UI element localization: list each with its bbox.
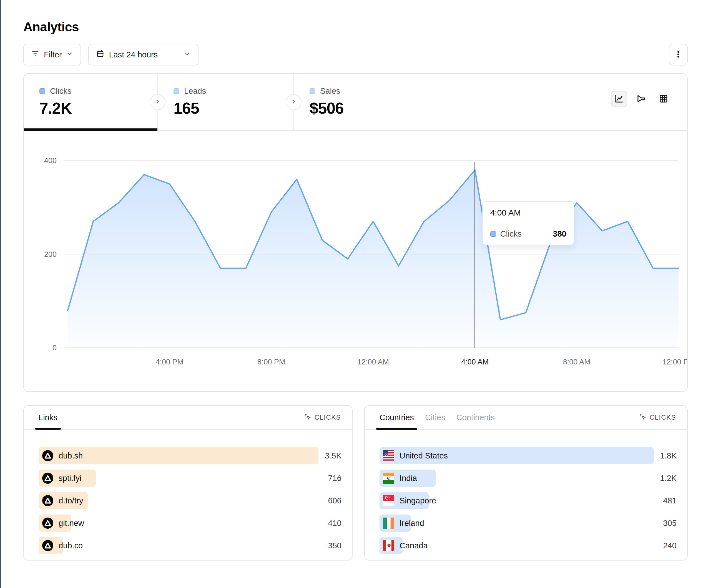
list-item-value: 410	[328, 519, 342, 528]
chart-view-switcher	[611, 91, 672, 107]
list-item-label: git.new	[59, 519, 84, 528]
india-flag-icon	[383, 473, 394, 484]
list-item[interactable]: dub.sh3.5K	[39, 447, 342, 464]
clicks-legend-swatch	[490, 231, 496, 237]
expand-clicks-button[interactable]	[150, 94, 166, 110]
list-item[interactable]: Ireland305	[380, 515, 676, 532]
ireland-flag-icon	[383, 518, 394, 529]
stat-label: Clicks	[50, 87, 71, 96]
dub-logo-icon	[42, 540, 53, 551]
list-item-label: Canada	[400, 541, 428, 550]
countries-metric-label: CLICKS	[650, 413, 676, 421]
line-chart-view-button[interactable]	[611, 91, 627, 107]
list-item-label: Ireland	[400, 519, 424, 528]
funnel-view-button[interactable]	[633, 91, 649, 107]
analytics-page: Analytics Filter Last 24 hours	[0, 0, 711, 561]
list-item[interactable]: Singapore481	[380, 492, 676, 509]
list-item-value: 350	[328, 541, 342, 550]
singapore-flag-icon	[383, 495, 394, 506]
list-item-label: d.to/try	[59, 496, 83, 505]
table-view-button[interactable]	[655, 91, 672, 107]
list-item[interactable]: d.to/try606	[39, 492, 342, 509]
x-axis-tick: 8:00 PM	[257, 358, 285, 366]
stat-label: Sales	[320, 87, 340, 96]
list-item-value: 481	[663, 496, 676, 505]
canada-flag-icon	[383, 540, 394, 551]
dub-logo-icon	[42, 495, 53, 506]
list-item-label: dub.sh	[59, 451, 83, 460]
line-chart-icon	[614, 94, 624, 105]
list-item[interactable]: United States1.8K	[380, 447, 676, 464]
y-axis-tick: 400	[44, 156, 57, 165]
date-range-button[interactable]: Last 24 hours	[88, 44, 198, 65]
clicks-timeseries-chart[interactable]: 40020004:00 PM8:00 PM12:00 AM4:00 AM8:00…	[24, 131, 687, 391]
tab-continents[interactable]: Continents	[456, 406, 495, 429]
clicks-value: 7.2K	[39, 99, 157, 117]
sales-legend-swatch	[309, 88, 316, 94]
list-item-value: 240	[663, 541, 676, 550]
list-item[interactable]: git.new410	[39, 515, 342, 532]
y-axis-tick: 0	[52, 344, 57, 352]
x-axis-tick: 12:00 AM	[357, 358, 389, 366]
list-item-value: 716	[328, 474, 342, 483]
date-range-label: Last 24 hours	[109, 50, 158, 59]
list-item[interactable]: India1.2K	[380, 470, 676, 487]
chevron-right-icon	[291, 99, 297, 106]
list-item-value: 1.8K	[660, 451, 676, 460]
filter-button-label: Filter	[44, 50, 62, 59]
countries-metric-toggle[interactable]: CLICKS	[639, 413, 676, 422]
click-cursor-icon	[304, 413, 311, 422]
stat-label: Leads	[184, 87, 206, 96]
leads-value: 165	[173, 99, 294, 117]
stats-tabs: Clicks 7.2K Leads 165 Sales $506	[24, 74, 687, 131]
tab-clicks[interactable]: Clicks 7.2K	[24, 74, 157, 130]
analytics-chart-card: Clicks 7.2K Leads 165 Sales $506	[23, 73, 688, 392]
click-cursor-icon	[639, 413, 647, 422]
kebab-menu-icon	[674, 50, 683, 59]
tab-links[interactable]: Links	[39, 406, 58, 429]
chart-tooltip: 4:00 AM Clicks 380	[482, 201, 575, 245]
expand-leads-button[interactable]	[286, 94, 302, 110]
filter-button[interactable]: Filter	[23, 44, 81, 65]
x-axis-tick: 4:00 AM	[461, 358, 489, 366]
breakdown-panels: Links CLICKS dub.sh3.5Kspti.fyi716d.to/t…	[23, 405, 688, 561]
chevron-down-icon	[66, 50, 73, 59]
list-item[interactable]: Canada240	[380, 537, 676, 554]
filter-lines-icon	[31, 50, 39, 60]
links-panel: Links CLICKS dub.sh3.5Kspti.fyi716d.to/t…	[23, 405, 352, 561]
list-item-label: United States	[400, 451, 448, 460]
links-panel-header: Links CLICKS	[24, 406, 352, 430]
dub-logo-icon	[42, 518, 53, 529]
tooltip-series-label: Clicks	[500, 229, 522, 239]
list-item-label: India	[400, 474, 417, 483]
tooltip-time: 4:00 AM	[483, 202, 574, 223]
list-item[interactable]: dub.co350	[39, 537, 342, 554]
chevron-right-icon	[155, 99, 161, 106]
tab-leads[interactable]: Leads 165	[157, 74, 294, 130]
list-item-value: 1.2K	[660, 474, 676, 483]
more-options-button[interactable]	[669, 44, 688, 65]
calendar-icon	[96, 50, 104, 60]
links-list: dub.sh3.5Kspti.fyi716d.to/try606git.new4…	[24, 430, 352, 554]
list-item[interactable]: spti.fyi716	[39, 470, 342, 487]
list-item-label: dub.co	[59, 541, 83, 550]
tab-countries[interactable]: Countries	[380, 406, 414, 429]
x-axis-tick: 4:00 PM	[155, 358, 184, 366]
list-item-value: 606	[328, 496, 342, 505]
chevron-down-icon	[184, 50, 191, 59]
page-title: Analytics	[23, 0, 688, 35]
funnel-icon	[636, 94, 646, 105]
tooltip-value: 380	[553, 229, 566, 239]
list-item-value: 3.5K	[325, 451, 342, 460]
leads-legend-swatch	[173, 88, 179, 94]
links-metric-toggle[interactable]: CLICKS	[304, 413, 341, 422]
x-axis-tick: 12:00 PM	[663, 358, 687, 366]
chart-canvas: 40020004:00 PM8:00 PM12:00 AM4:00 AM8:00…	[24, 131, 687, 391]
grid-icon	[659, 94, 669, 105]
clicks-legend-swatch	[39, 88, 45, 94]
y-axis-tick: 200	[44, 250, 57, 258]
list-item-label: spti.fyi	[59, 474, 81, 483]
countries-panel-header: CountriesCitiesContinents CLICKS	[365, 406, 687, 430]
tab-cities[interactable]: Cities	[425, 406, 445, 429]
countries-list: United States1.8KIndia1.2KSingapore481Ir…	[365, 430, 687, 554]
